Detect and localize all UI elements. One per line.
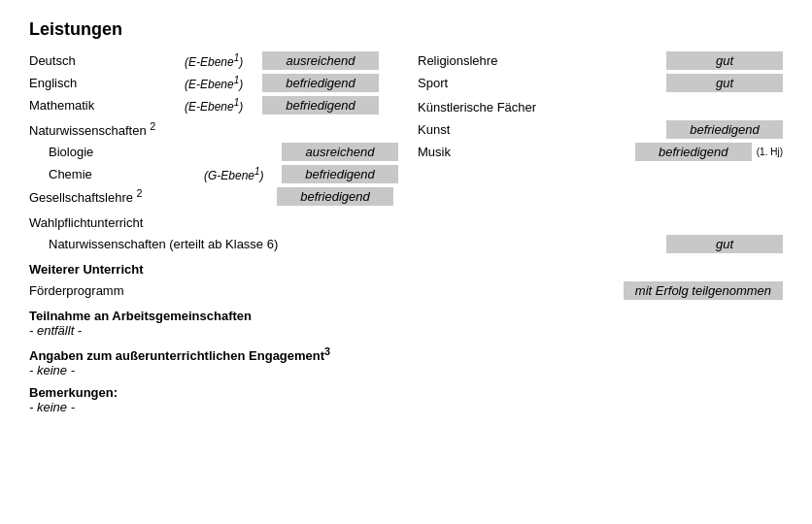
grade-mathematik: befriedigend	[262, 96, 379, 115]
teilnahme-label: Teilnahme an Arbeitsgemeinschaften	[29, 309, 252, 323]
angaben-section: Angaben zum außerunterrichtlichen Engage…	[29, 345, 783, 377]
wahlpflicht-section: Wahlpflichtunterricht Naturwissenschafte…	[29, 212, 783, 254]
grade-sport: gut	[666, 74, 783, 92]
table-row: Chemie (G-Ebene1) befriedigend	[29, 163, 398, 184]
grade-religionslehre: gut	[666, 51, 783, 70]
teilnahme-section: Teilnahme an Arbeitsgemeinschaften - ent…	[29, 309, 783, 338]
weiterer-label: Weiterer Unterricht	[29, 262, 144, 277]
subject-level-chemie: (G-Ebene1)	[204, 166, 282, 182]
foerderprogramm-label: Förderprogramm	[29, 283, 624, 298]
bemerkungen-value-row: - keine -	[29, 400, 783, 414]
bemerkungen-section: Bemerkungen: - keine -	[29, 385, 783, 414]
grade-englisch: befriedigend	[262, 74, 379, 92]
naturwissenschaften-label: Naturwissenschaften 2	[29, 118, 398, 140]
kuenstlerische-text: Künstlerische Fächer	[418, 100, 536, 115]
subject-name-chemie: Chemie	[49, 167, 204, 181]
subject-name-musik: Musik	[418, 145, 592, 159]
table-row: Sport gut	[418, 72, 783, 93]
subject-name-mathematik: Mathematik	[29, 98, 185, 113]
grade-kunst: befriedigend	[666, 120, 783, 139]
subject-name-religionslehre: Religionslehre	[418, 53, 592, 68]
bemerkungen-value: - keine -	[29, 400, 75, 414]
weiterer-label-row: Weiterer Unterricht	[29, 258, 783, 279]
subject-name-kunst: Kunst	[418, 122, 592, 137]
wahlpflicht-subject: Naturwissenschaften (erteilt ab Klasse 6…	[49, 237, 666, 251]
table-row: Kunst befriedigend	[418, 118, 783, 140]
wahlpflicht-subject-row: Naturwissenschaften (erteilt ab Klasse 6…	[29, 233, 783, 254]
subject-name-deutsch: Deutsch	[29, 53, 185, 68]
subject-level-mathematik: (E-Ebene1)	[185, 97, 262, 114]
subject-level-deutsch: (E-Ebene1)	[185, 52, 262, 69]
angaben-label: Angaben zum außerunterrichtlichen Engage…	[29, 348, 330, 363]
foerderprogramm-grade: mit Erfolg teilgenommen	[624, 281, 783, 300]
teilnahme-label-row: Teilnahme an Arbeitsgemeinschaften	[29, 309, 783, 323]
kuenstlerische-label: Künstlerische Fächer	[418, 96, 783, 117]
left-column: Deutsch (E-Ebene1) ausreichend Englisch …	[29, 49, 398, 208]
naturwissenschaften-sup: 2	[150, 120, 155, 132]
angaben-label-row: Angaben zum außerunterrichtlichen Engage…	[29, 345, 783, 363]
subject-name-sport: Sport	[418, 76, 592, 90]
table-row: Mathematik (E-Ebene1) befriedigend	[29, 94, 398, 115]
bemerkungen-label: Bemerkungen:	[29, 385, 118, 400]
weiterer-unterricht-section: Weiterer Unterricht Förderprogramm mit E…	[29, 258, 783, 301]
table-row: Musik befriedigend (1. Hj)	[418, 141, 783, 162]
subject-name-biologie: Biologie	[49, 145, 204, 159]
wahlpflicht-grade: gut	[666, 235, 783, 253]
wahlpflicht-label-row: Wahlpflichtunterricht	[29, 212, 783, 233]
table-row: Biologie ausreichend	[29, 141, 398, 162]
subject-name-gesellschaftslehre: Gesellschaftslehre 2	[29, 187, 199, 205]
teilnahme-value: - entfällt -	[29, 323, 82, 338]
subject-level-englisch: (E-Ebene1)	[185, 75, 262, 91]
grade-deutsch: ausreichend	[262, 51, 379, 70]
naturwissenschaften-text: Naturwissenschaften 2	[29, 120, 155, 138]
table-row: Deutsch (E-Ebene1) ausreichend	[29, 49, 398, 71]
grade-gesellschaftslehre: befriedigend	[277, 187, 393, 206]
grade-chemie: befriedigend	[282, 165, 398, 183]
teilnahme-value-row: - entfällt -	[29, 323, 783, 338]
section-title: Leistungen	[29, 19, 783, 40]
bemerkungen-label-row: Bemerkungen:	[29, 385, 783, 400]
table-row: Religionslehre gut	[418, 49, 783, 71]
table-row: Englisch (E-Ebene1) befriedigend	[29, 72, 398, 93]
grade-biologie: ausreichend	[282, 143, 398, 161]
right-column: Religionslehre gut Sport gut Künstlerisc…	[418, 49, 783, 208]
subject-name-englisch: Englisch	[29, 76, 185, 90]
foerderprogramm-row: Förderprogramm mit Erfolg teilgenommen	[29, 279, 783, 301]
angaben-value-row: - keine -	[29, 363, 783, 377]
musik-hj-note: (1. Hj)	[757, 147, 783, 157]
grade-musik: befriedigend	[635, 143, 752, 161]
angaben-sup: 3	[324, 345, 330, 357]
wahlpflicht-label: Wahlpflichtunterricht	[29, 215, 143, 230]
table-row: Gesellschaftslehre 2 befriedigend	[29, 185, 398, 207]
angaben-value: - keine -	[29, 363, 75, 377]
